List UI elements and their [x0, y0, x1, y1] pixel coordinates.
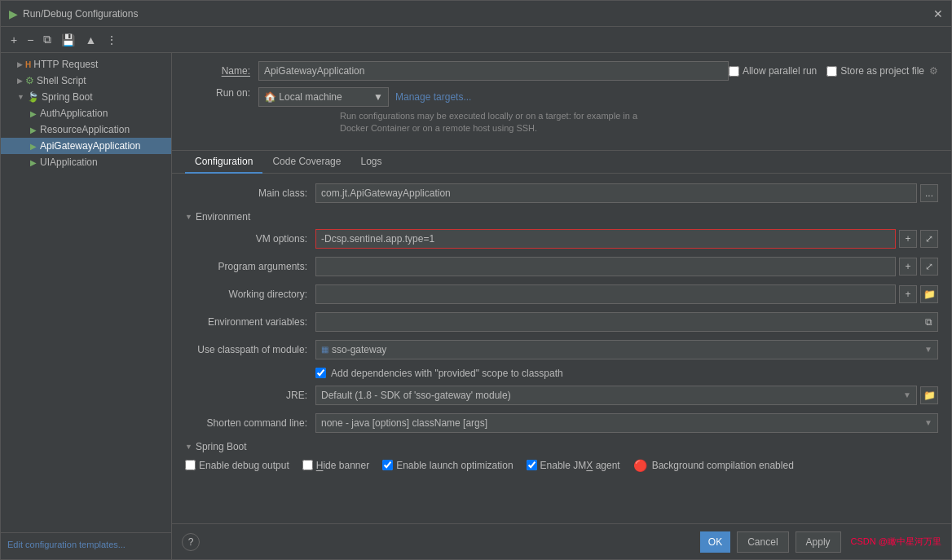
resource-application-label: ResourceApplication — [40, 124, 130, 135]
store-project-label: Store as project file — [840, 65, 924, 77]
run-on-controls-inner: 🏠 Local machine ▼ Manage targets... — [258, 87, 666, 107]
shorten-cmd-label: Shorten command line: — [185, 417, 315, 429]
environment-label: Environment — [196, 211, 250, 223]
jre-select[interactable]: Default (1.8 - SDK of 'sso-gateway' modu… — [315, 386, 917, 405]
http-request-arrow: ▶ — [17, 60, 23, 68]
copy-button[interactable]: ⧉ — [40, 31, 55, 48]
allow-parallel-option[interactable]: Allow parallel run — [729, 65, 817, 77]
manage-targets-link[interactable]: Manage targets... — [395, 91, 471, 103]
resource-run-icon: ▶ — [30, 126, 37, 134]
store-project-option[interactable]: Store as project file ⚙ — [826, 65, 938, 77]
program-args-add-button[interactable]: + — [899, 258, 917, 276]
program-args-input[interactable] — [315, 257, 896, 276]
shell-script-label: Shell Script — [37, 75, 86, 86]
working-dir-input[interactable] — [315, 284, 896, 304]
ok-button[interactable]: OK — [700, 531, 730, 553]
shorten-cmd-select[interactable]: none - java [options] className [args] ▼ — [315, 413, 938, 433]
env-vars-label: Environment variables: — [185, 316, 315, 328]
bg-compilation-label: Background compilation enabled — [652, 460, 794, 471]
add-deps-label[interactable]: Add dependencies with "provided" scope t… — [331, 368, 563, 379]
allow-parallel-checkbox[interactable] — [729, 66, 739, 77]
add-deps-row: Add dependencies with "provided" scope t… — [315, 368, 938, 379]
config-header: Name: Allow parallel run Store as projec… — [172, 53, 951, 151]
enable-debug-item: Enable debug output — [185, 460, 289, 471]
classpath-select[interactable]: ▦ sso-gateway ▼ — [315, 340, 938, 359]
dialog-title: Run/Debug Configurations — [23, 8, 138, 20]
working-dir-browse-button[interactable]: 📁 — [920, 285, 938, 303]
sidebar-item-shell-script[interactable]: ▶ ⚙ Shell Script — [1, 73, 171, 89]
store-project-checkbox[interactable] — [826, 66, 837, 77]
remove-button[interactable]: − — [24, 32, 37, 48]
spring-boot-section: ▼ Spring Boot Enable debug output Hide b… — [185, 441, 938, 472]
store-project-gear-icon: ⚙ — [929, 65, 938, 77]
spring-boot-checkboxes: Enable debug output Hide banner Enable l… — [185, 459, 938, 472]
tab-logs[interactable]: Logs — [350, 151, 391, 174]
config-body: Main class: ... ▼ Environment VM options… — [172, 174, 951, 523]
allow-parallel-label: Allow parallel run — [743, 65, 817, 77]
sort-button[interactable]: ⋮ — [103, 32, 121, 48]
bg-compilation-item: 🔴 Background compilation enabled — [633, 459, 794, 472]
sidebar-item-ui-application[interactable]: ▶ UIApplication — [1, 154, 171, 170]
enable-debug-label[interactable]: Enable debug output — [199, 460, 289, 471]
hide-banner-rest: ide banner — [323, 460, 369, 471]
enable-launch-label[interactable]: Enable launch optimization — [396, 460, 513, 471]
spring-icon: 🍃 — [27, 91, 39, 103]
jre-browse-button[interactable]: 📁 — [920, 386, 938, 404]
env-vars-copy-button[interactable]: ⧉ — [925, 316, 932, 328]
apply-button[interactable]: Apply — [796, 531, 841, 553]
classpath-select-value: ▦ sso-gateway — [321, 344, 386, 355]
program-args-expand-button[interactable]: ⤢ — [920, 258, 938, 276]
vm-options-row: VM options: + ⤢ — [185, 229, 938, 249]
run-on-label: Run on: — [185, 87, 258, 99]
run-on-dropdown-arrow: ▼ — [373, 91, 383, 103]
edit-templates-link[interactable]: Edit configuration templates... — [1, 532, 171, 556]
tab-code-coverage[interactable]: Code Coverage — [262, 151, 350, 174]
help-button[interactable]: ? — [182, 533, 200, 551]
bg-warning-icon: 🔴 — [633, 459, 647, 472]
classpath-value: sso-gateway — [332, 344, 386, 355]
config-header-top: Name: Allow parallel run Store as projec… — [185, 61, 938, 81]
vm-options-input[interactable] — [315, 229, 896, 249]
vm-options-add-button[interactable]: + — [899, 230, 917, 248]
sidebar-item-auth-application[interactable]: ▶ AuthApplication — [1, 105, 171, 121]
right-panel: Name: Allow parallel run Store as projec… — [172, 53, 951, 559]
add-deps-checkbox[interactable] — [315, 368, 326, 378]
sidebar-item-resource-application[interactable]: ▶ ResourceApplication — [1, 121, 171, 138]
sidebar-item-apigateway-application[interactable]: ▶ ApiGatewayApplication — [1, 138, 171, 154]
shorten-cmd-dropdown-arrow: ▼ — [924, 418, 932, 427]
tab-configuration[interactable]: Configuration — [185, 151, 262, 174]
jre-actions: 📁 — [920, 386, 938, 404]
spring-boot-section-header[interactable]: ▼ Spring Boot — [185, 441, 938, 452]
main-class-input[interactable] — [315, 183, 917, 203]
main-class-browse-button[interactable]: ... — [920, 184, 938, 202]
hide-banner-checkbox[interactable] — [302, 460, 313, 470]
cancel-button[interactable]: Cancel — [737, 531, 788, 553]
run-on-select[interactable]: 🏠 Local machine ▼ — [258, 87, 389, 107]
env-vars-row: Environment variables: ⧉ — [185, 312, 938, 332]
main-class-label: Main class: — [185, 187, 315, 199]
working-dir-label: Working directory: — [185, 289, 315, 300]
auth-application-label: AuthApplication — [40, 108, 108, 119]
sidebar-item-http-request[interactable]: ▶ H HTTP Request — [1, 56, 171, 73]
sidebar: ▶ H HTTP Request ▶ ⚙ Shell Script ▼ 🍃 — [1, 53, 172, 559]
close-button[interactable]: ✕ — [933, 7, 943, 20]
save-button[interactable]: 💾 — [58, 32, 78, 48]
enable-debug-checkbox[interactable] — [185, 460, 196, 470]
bottom-bar: ? OK Cancel Apply CSDN @瞰中星河万里 — [172, 523, 951, 559]
env-vars-field[interactable]: ⧉ — [315, 312, 938, 332]
shorten-cmd-row: Shorten command line: none - java [optio… — [185, 413, 938, 433]
add-button[interactable]: + — [7, 32, 20, 48]
environment-section-header[interactable]: ▼ Environment — [185, 211, 938, 223]
jre-row: JRE: Default (1.8 - SDK of 'sso-gateway'… — [185, 386, 938, 405]
move-up-button[interactable]: ▲ — [82, 32, 99, 48]
vm-options-expand-button[interactable]: ⤢ — [920, 230, 938, 248]
name-input[interactable] — [258, 61, 729, 81]
vm-options-actions: + ⤢ — [899, 230, 938, 248]
enable-launch-checkbox[interactable] — [382, 460, 393, 470]
working-dir-add-button[interactable]: + — [899, 285, 917, 303]
hide-banner-item: Hide banner — [302, 460, 369, 471]
run-on-row: Run on: 🏠 Local machine ▼ Manage targets… — [185, 87, 938, 135]
enable-jmx-checkbox[interactable] — [527, 460, 537, 470]
sidebar-item-spring-boot[interactable]: ▼ 🍃 Spring Boot — [1, 89, 171, 105]
enable-jmx-underline: X — [586, 460, 593, 471]
